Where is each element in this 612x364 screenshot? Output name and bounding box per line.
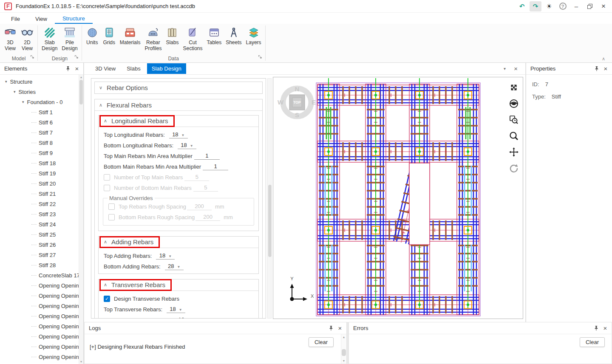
cut-sections-button[interactable]: Cut Sections <box>181 25 204 53</box>
bottom-transverse-select[interactable]: 18 ▼ <box>175 316 194 319</box>
close-button[interactable]: × <box>598 1 609 11</box>
bottom-spacing-checkbox[interactable] <box>108 214 115 220</box>
slabs-button[interactable]: Slabs <box>164 25 181 47</box>
rebar-options-header[interactable]: ∨ Rebar Options <box>95 82 262 93</box>
tree-expander-icon[interactable]: ▾ <box>22 100 24 104</box>
slab-design-button[interactable]: Slab Design <box>40 25 60 53</box>
scrollbar-thumb[interactable] <box>342 349 346 356</box>
tree-item[interactable]: Stiff 7 <box>0 127 79 138</box>
undo-button[interactable]: ↶ <box>516 1 528 11</box>
pin-icon[interactable] <box>326 324 335 333</box>
tree-item[interactable]: Stiff 24 <box>0 219 79 229</box>
num-top-main-input[interactable]: 5 <box>184 174 209 181</box>
pile-design-button[interactable]: Pile Design <box>60 25 79 53</box>
tree-item[interactable]: Stiff 26 <box>0 240 79 250</box>
tree-item[interactable]: Stiff 20 <box>0 178 79 189</box>
clear-logs-button[interactable]: Clear <box>309 337 334 347</box>
rebar-profiles-button[interactable]: Rebar Profiles <box>142 25 164 53</box>
elements-scrollbar[interactable]: ▲ ▼ <box>79 75 83 364</box>
tree-item[interactable]: Stiff 19 <box>0 168 79 178</box>
tree-expander-icon[interactable]: ▾ <box>5 79 7 84</box>
pan-icon[interactable] <box>509 147 519 157</box>
minimize-button[interactable]: – <box>570 1 582 11</box>
menu-file[interactable]: File <box>3 13 28 24</box>
theme-icon[interactable]: ☀ <box>543 1 555 11</box>
close-tab-icon[interactable]: × <box>514 65 518 72</box>
scrollbar-thumb[interactable] <box>268 185 272 257</box>
maximize-button[interactable] <box>584 1 596 11</box>
tree-item-foundation[interactable]: ▾ Foundation - 0 <box>0 97 79 107</box>
transverse-rebars-header[interactable]: ∧ Transverse Rebars <box>99 279 258 291</box>
dialog-launcher-icon[interactable] <box>74 53 79 61</box>
zoom-extents-icon[interactable] <box>509 82 519 93</box>
tree-item[interactable]: Stiff 8 <box>0 138 79 148</box>
longitudinal-rebars-header[interactable]: ∧ Longitudinal Rebars <box>99 116 258 127</box>
tree-item[interactable]: Stiff 21 <box>0 189 79 199</box>
close-panel-icon[interactable]: × <box>601 64 610 73</box>
tree-item[interactable]: Opening Opening <box>0 341 79 352</box>
tree-item[interactable]: Stiff 25 <box>0 229 79 240</box>
bottom-adding-select[interactable]: 28 ▼ <box>165 263 184 270</box>
tree-item[interactable]: Opening Opening <box>0 280 79 291</box>
tree-item[interactable]: Opening Opening <box>0 301 79 311</box>
num-bottom-main-input[interactable]: 5 <box>193 184 218 192</box>
bottom-mult-input[interactable]: 1 <box>203 163 228 170</box>
tree-expander-icon[interactable]: ▾ <box>14 90 16 94</box>
tab-slabs[interactable]: Slabs <box>122 63 145 74</box>
close-panel-icon[interactable]: × <box>601 324 610 333</box>
top-adding-select[interactable]: 18 ▼ <box>156 252 175 260</box>
tree-item[interactable]: Stiff 18 <box>0 158 79 168</box>
dialog-launcher-icon[interactable] <box>258 53 262 61</box>
redo-button[interactable]: ↷ <box>530 1 541 11</box>
materials-button[interactable]: Materials <box>118 25 143 47</box>
options-scrollbar[interactable] <box>267 78 272 319</box>
tree-item[interactable]: Stiff 9 <box>0 148 79 158</box>
tab-slab-design[interactable]: Slab Design <box>147 63 186 74</box>
grids-button[interactable]: Grids <box>101 25 118 47</box>
design-transverse-checkbox[interactable]: ✓ <box>104 296 110 302</box>
top-mult-input[interactable]: 1 <box>194 152 220 160</box>
zoom-window-icon[interactable] <box>509 115 519 125</box>
flexural-rebars-header[interactable]: ∧ Flexural Rebars <box>95 99 262 111</box>
2d-view-button[interactable]: 2D View <box>19 25 36 53</box>
view-cube-compass[interactable]: N W E S TOP <box>278 85 316 119</box>
tree-item[interactable]: Stiff 22 <box>0 199 79 209</box>
top-transverse-select[interactable]: 18 ▼ <box>167 306 185 313</box>
close-panel-icon[interactable]: × <box>72 64 82 73</box>
menu-structure[interactable]: Structure <box>55 13 93 24</box>
visibility-eye-icon[interactable] <box>509 99 519 109</box>
tree-item[interactable]: Stiff 23 <box>0 209 79 219</box>
pin-icon[interactable] <box>591 324 601 333</box>
logs-scrollbar[interactable]: ▲ ▼ <box>341 334 346 364</box>
scrollbar-thumb[interactable] <box>79 80 83 104</box>
adding-rebars-header[interactable]: ∧ Adding Rebars <box>99 237 258 248</box>
3d-view-button[interactable]: 3D View <box>2 25 19 53</box>
tree-item-stories[interactable]: ▾ Stories <box>0 87 79 97</box>
tree-item-structure[interactable]: ▾ Structure <box>0 76 79 87</box>
layers-button[interactable]: Layers <box>244 25 264 47</box>
tables-button[interactable]: Tables <box>204 25 224 47</box>
units-button[interactable]: Units <box>84 25 101 47</box>
tree-item[interactable]: Stiff 28 <box>0 260 79 270</box>
bottom-longitudinal-select[interactable]: 18 ▼ <box>178 142 196 149</box>
tree-item[interactable]: Opening Opening <box>0 291 79 301</box>
pin-icon[interactable] <box>63 64 72 73</box>
help-button[interactable]: ? <box>557 1 569 11</box>
orbit-rotate-icon[interactable] <box>509 163 519 173</box>
zoom-icon[interactable] <box>509 131 519 141</box>
dialog-launcher-icon[interactable] <box>30 53 34 61</box>
tree-item[interactable]: Stiff 27 <box>0 250 79 260</box>
menu-view[interactable]: View <box>28 13 55 24</box>
tree-item[interactable]: Opening Opening <box>0 352 79 362</box>
top-longitudinal-select[interactable]: 18 ▼ <box>169 131 188 138</box>
clear-errors-button[interactable]: Clear <box>580 337 605 347</box>
tree-item[interactable]: Opening Opening <box>0 321 79 331</box>
top-spacing-input[interactable]: 200 <box>187 203 212 210</box>
tree-item[interactable]: Stiff 1 <box>0 107 79 117</box>
tree-item[interactable]: Opening Opening <box>0 311 79 321</box>
tree-item[interactable]: Stiff 6 <box>0 117 79 127</box>
num-top-main-checkbox[interactable] <box>104 174 110 181</box>
tab-3d-view[interactable]: 3D View <box>91 63 120 74</box>
tree-item[interactable]: ConcreteSlab 1708 <box>0 270 79 280</box>
sheets-button[interactable]: Sheets <box>224 25 244 47</box>
